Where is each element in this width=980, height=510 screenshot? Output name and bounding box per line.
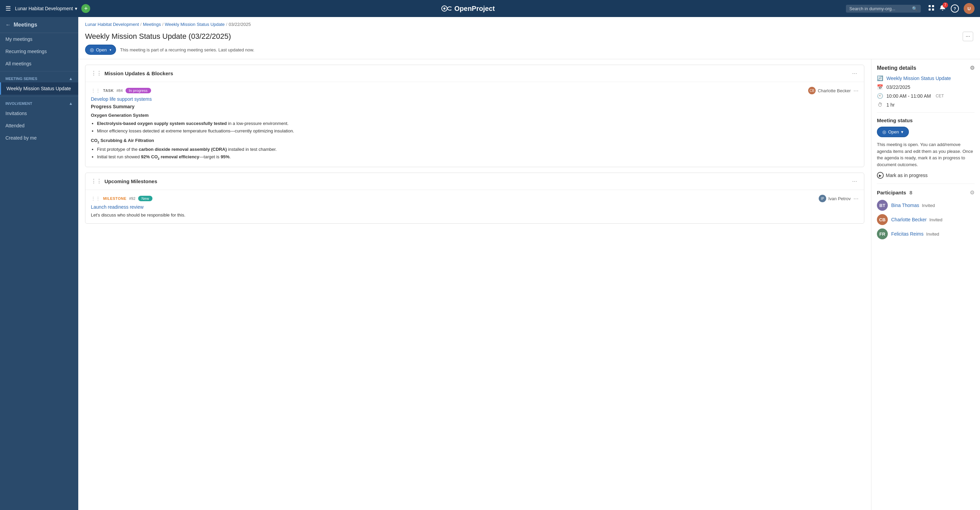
duration-icon: ⏱ bbox=[877, 102, 883, 108]
page-status-text: This meeting is part of a recurring meet… bbox=[120, 47, 255, 53]
open-btn-label: Open bbox=[96, 47, 107, 53]
sidebar-item-attended[interactable]: Attended bbox=[0, 120, 78, 132]
detail-series-link[interactable]: Weekly Mission Status Update bbox=[886, 76, 951, 81]
item-subtitle-84: Progress Summary bbox=[91, 104, 859, 109]
participants-title: Participants bbox=[877, 190, 906, 195]
sidebar-back-button[interactable]: ← Meetings bbox=[0, 17, 78, 33]
item-drag-handle-84[interactable]: ⋮⋮ bbox=[91, 88, 100, 93]
notifications-icon[interactable]: 7 bbox=[939, 5, 946, 13]
page-title: Weekly Mission Status Update (03/22/2025… bbox=[85, 32, 231, 41]
breadcrumb-project[interactable]: Lunar Habitat Development bbox=[85, 22, 139, 27]
participant-bina-thomas: BT Bina Thomas Invited bbox=[877, 200, 975, 211]
search-placeholder: Search in dummy-org... bbox=[850, 6, 910, 11]
status-row: ◎ Open ▾ This meeting is part of a recur… bbox=[85, 45, 973, 55]
item-link-84[interactable]: Develop life support systems bbox=[91, 96, 859, 102]
section-more-button-2[interactable]: ··· bbox=[851, 178, 859, 185]
sidebar-label-weekly-mission: Weekly Mission Status Update bbox=[6, 86, 71, 91]
grid-icon[interactable] bbox=[928, 5, 934, 13]
page-more-button[interactable]: ··· bbox=[963, 32, 973, 41]
detail-row-duration: ⏱ 1 hr bbox=[877, 102, 975, 108]
sidebar-item-all-meetings[interactable]: All meetings bbox=[0, 57, 78, 70]
meeting-status-open-button[interactable]: ◎ Open ▾ bbox=[877, 127, 909, 137]
menu-icon[interactable]: ☰ bbox=[5, 5, 11, 12]
item-meta-84: ⋮⋮ TASK #84 In progress CB Charlotte Bec… bbox=[91, 87, 859, 94]
meeting-status-title: Meeting status bbox=[877, 118, 975, 123]
section-more-button-1[interactable]: ··· bbox=[851, 70, 859, 77]
detail-row-series: 🔄 Weekly Mission Status Update bbox=[877, 75, 975, 81]
assignee-name-84: Charlotte Becker bbox=[818, 88, 851, 93]
breadcrumb-meetings[interactable]: Meetings bbox=[143, 22, 161, 27]
sidebar-item-invitations[interactable]: Invitations bbox=[0, 107, 78, 120]
assignee-92: IP Ivan Petrov bbox=[819, 195, 851, 202]
agenda-section-header-2: ⋮⋮ Upcoming Milestones ··· bbox=[86, 173, 864, 190]
detail-duration: 1 hr bbox=[886, 102, 894, 108]
meeting-status-description: This meeting is open. You can add/remove… bbox=[877, 141, 975, 168]
add-project-button[interactable]: + bbox=[81, 4, 90, 13]
project-selector[interactable]: Lunar Habitat Development ▾ bbox=[15, 6, 77, 11]
mark-in-progress-button[interactable]: ▶ Mark as in progress bbox=[877, 172, 928, 179]
detail-timezone: CET bbox=[936, 94, 944, 99]
agenda-section-title-1: ⋮⋮ Mission Updates & Blockers bbox=[91, 70, 173, 76]
item-body-92: Let's discuss who should be responsible … bbox=[91, 212, 859, 218]
help-icon[interactable]: ? bbox=[951, 5, 959, 13]
sidebar-divider-2 bbox=[0, 96, 78, 96]
panel-divider-1 bbox=[877, 112, 975, 113]
sidebar-item-recurring-meetings[interactable]: Recurring meetings bbox=[0, 45, 78, 57]
item-link-92[interactable]: Launch readiness review bbox=[91, 204, 859, 210]
item-more-button-84[interactable]: ··· bbox=[853, 87, 859, 94]
milestone-label-92: MILESTONE bbox=[103, 196, 126, 201]
svg-rect-4 bbox=[929, 8, 931, 11]
participant-name-felicitas[interactable]: Felicitas Reims bbox=[891, 231, 924, 237]
project-dropdown-arrow: ▾ bbox=[75, 6, 77, 11]
item-meta-92: ⋮⋮ MILESTONE #92 New IP Ivan Petrov bbox=[91, 195, 859, 202]
content-area: Lunar Habitat Development / Meetings / W… bbox=[78, 17, 980, 510]
item-drag-handle-92[interactable]: ⋮⋮ bbox=[91, 196, 100, 201]
bullet-item-4: Initial test run showed 92% CO2 removal … bbox=[97, 153, 859, 161]
open-btn-dropdown-arrow: ▾ bbox=[110, 48, 111, 52]
item-subsection-title-2: CO2 Scrubbing & Air Filtration bbox=[91, 137, 859, 145]
agenda-section-title-2: ⋮⋮ Upcoming Milestones bbox=[91, 178, 157, 185]
svg-point-1 bbox=[443, 8, 445, 10]
item-meta-right-84: CB Charlotte Becker ··· bbox=[808, 87, 859, 94]
meeting-details-gear-icon[interactable]: ⚙ bbox=[970, 65, 975, 71]
open-btn-circle-icon: ◎ bbox=[90, 47, 94, 53]
sidebar-section-involvement: INVOLVEMENT ▲ bbox=[0, 98, 78, 107]
item-subsection-title-1: Oxygen Generation System bbox=[91, 112, 859, 119]
participants-gear-icon[interactable]: ⚙ bbox=[970, 189, 975, 196]
participant-status-felicitas: Invited bbox=[926, 231, 939, 237]
section-title-text-2: Upcoming Milestones bbox=[105, 178, 157, 184]
sidebar: ← Meetings My meetings Recurring meeting… bbox=[0, 17, 78, 510]
task-num-92: #92 bbox=[129, 196, 135, 201]
status-open-button[interactable]: ◎ Open ▾ bbox=[85, 45, 116, 55]
item-body-84: Oxygen Generation System Electrolysis-ba… bbox=[91, 112, 859, 161]
notification-count: 7 bbox=[943, 2, 948, 8]
detail-row-date: 📅 03/22/2025 bbox=[877, 84, 975, 90]
breadcrumb-date: 03/22/2025 bbox=[229, 22, 251, 27]
breadcrumb-series[interactable]: Weekly Mission Status Update bbox=[165, 22, 224, 27]
panel-divider-2 bbox=[877, 183, 975, 184]
participant-name-charlotte[interactable]: Charlotte Becker bbox=[891, 217, 927, 222]
calendar-icon: 📅 bbox=[877, 84, 883, 90]
svg-rect-5 bbox=[932, 8, 934, 11]
sidebar-item-my-meetings[interactable]: My meetings bbox=[0, 33, 78, 45]
breadcrumb-sep-3: / bbox=[226, 22, 227, 27]
sidebar-item-weekly-mission[interactable]: Weekly Mission Status Update bbox=[0, 82, 78, 95]
drag-handle-icon[interactable]: ⋮⋮ bbox=[91, 70, 102, 76]
item-more-button-92[interactable]: ··· bbox=[853, 195, 859, 202]
assignee-avatar-84: CB bbox=[808, 87, 816, 94]
detail-date: 03/22/2025 bbox=[886, 84, 910, 90]
logo-icon bbox=[441, 5, 452, 12]
search-bar[interactable]: Search in dummy-org... 🔍 bbox=[846, 5, 921, 13]
user-avatar[interactable]: U bbox=[964, 3, 975, 14]
detail-row-time: 🕙 10:00 AM - 11:00 AM CET bbox=[877, 93, 975, 99]
sidebar-label-recurring-meetings: Recurring meetings bbox=[5, 49, 47, 54]
item-meta-left-92: ⋮⋮ MILESTONE #92 New bbox=[91, 196, 153, 201]
sidebar-item-created-by-me[interactable]: Created by me bbox=[0, 132, 78, 144]
participant-name-bina[interactable]: Bina Thomas bbox=[891, 202, 919, 208]
participant-avatar-charlotte: CB bbox=[877, 214, 888, 225]
breadcrumb: Lunar Habitat Development / Meetings / W… bbox=[78, 17, 980, 29]
back-arrow-icon: ← bbox=[5, 22, 11, 28]
status-btn-label: Open bbox=[888, 129, 899, 134]
drag-handle-icon-2[interactable]: ⋮⋮ bbox=[91, 178, 102, 185]
sidebar-title: Meetings bbox=[14, 22, 37, 28]
